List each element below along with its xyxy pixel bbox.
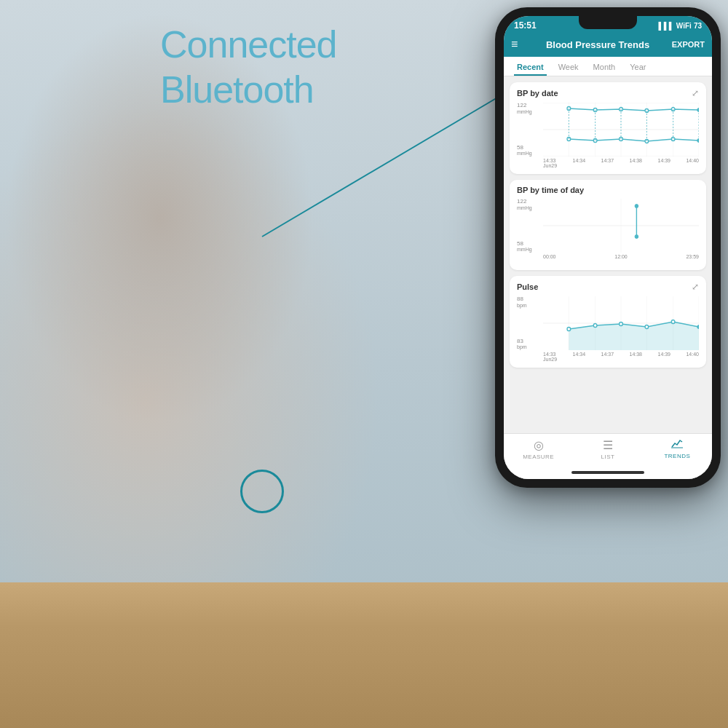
wifi-icon: WiFi bbox=[676, 22, 692, 30]
app-header: ≡ Blood Pressure Trends EXPORT bbox=[504, 33, 712, 57]
export-button[interactable]: EXPORT bbox=[672, 40, 705, 49]
svg-point-42 bbox=[593, 324, 597, 328]
pulse-x-labels: 14:33Jun29 14:34 14:37 14:38 14:39 14:40 bbox=[543, 352, 699, 362]
x-label-3: 14:37 bbox=[601, 158, 614, 168]
table-surface bbox=[0, 582, 728, 728]
home-indicator bbox=[504, 466, 712, 479]
pulse-y-top: 88bpm bbox=[517, 296, 542, 308]
headline-connected: Connected bbox=[160, 22, 337, 67]
pulse-x-1: 14:33Jun29 bbox=[543, 352, 557, 362]
svg-point-31 bbox=[635, 205, 638, 208]
battery-level: 73 bbox=[694, 22, 702, 30]
pulse-x-5: 14:39 bbox=[657, 352, 670, 362]
pulse-y-bottom: 83bpm bbox=[517, 339, 542, 350]
bp-time-chart-area: 122mmHg 58mmHg bbox=[517, 199, 699, 264]
pulse-y-labels: 88bpm 83bpm bbox=[517, 296, 542, 350]
home-bar bbox=[571, 471, 644, 474]
signal-icon: ▌▌▌ bbox=[659, 22, 674, 30]
bp-date-plot bbox=[543, 103, 699, 157]
bp-date-expand-icon[interactable]: ⤢ bbox=[692, 88, 699, 98]
menu-icon[interactable]: ≡ bbox=[511, 38, 518, 51]
pulse-x-2: 14:34 bbox=[573, 352, 586, 362]
bp-date-y-labels: 122mmHg 58mmHg bbox=[517, 103, 542, 157]
bp-time-card: BP by time of day 122mmHg 58mmHg bbox=[510, 180, 706, 270]
svg-point-20 bbox=[671, 138, 675, 141]
pulse-title: Pulse bbox=[517, 282, 538, 291]
hand-circle-indicator bbox=[240, 470, 284, 513]
svg-point-44 bbox=[645, 325, 649, 329]
bp-date-y-bottom: 58mmHg bbox=[517, 145, 542, 157]
bp-time-y-bottom: 58mmHg bbox=[517, 241, 542, 253]
pulse-x-6: 14:40 bbox=[686, 352, 699, 362]
x-label-00: 00:00 bbox=[543, 254, 556, 264]
bp-date-title: BP by date bbox=[517, 89, 558, 98]
phone-notch bbox=[579, 16, 637, 29]
pulse-x-4: 14:38 bbox=[630, 352, 643, 362]
tab-bar: Recent Week Month Year bbox=[504, 57, 712, 76]
tab-month[interactable]: Month bbox=[586, 57, 623, 76]
bp-time-y-top: 122mmHg bbox=[517, 199, 542, 210]
status-icons: ▌▌▌ WiFi 73 bbox=[659, 22, 702, 30]
x-label-12: 12:00 bbox=[614, 254, 628, 264]
bp-time-x-labels: 00:00 12:00 23:59 bbox=[543, 254, 699, 264]
bp-time-plot bbox=[543, 199, 699, 253]
phone-screen: 15:51 ▌▌▌ WiFi 73 ≡ Blood Pressure Trend… bbox=[504, 16, 712, 479]
bp-time-title: BP by time of day bbox=[517, 186, 584, 194]
bp-date-y-top: 122mmHg bbox=[517, 103, 542, 114]
bp-date-card: BP by date ⤢ 122mmHg 58mmHg bbox=[510, 82, 706, 174]
trends-icon bbox=[671, 438, 683, 451]
measure-label: MEASURE bbox=[523, 454, 554, 460]
trends-label: TRENDS bbox=[664, 453, 690, 459]
bottom-nav: ◎ MEASURE ☰ LIST TRENDS bbox=[504, 433, 712, 466]
bp-date-title-row: BP by date ⤢ bbox=[517, 88, 699, 98]
list-label: LIST bbox=[601, 454, 615, 460]
x-label-5: 14:39 bbox=[657, 158, 670, 168]
tab-recent[interactable]: Recent bbox=[510, 57, 551, 76]
tab-week[interactable]: Week bbox=[551, 57, 586, 76]
bp-time-title-row: BP by time of day bbox=[517, 186, 699, 194]
pulse-expand-icon[interactable]: ⤢ bbox=[692, 282, 699, 292]
status-time: 15:51 bbox=[514, 20, 537, 31]
measure-icon: ◎ bbox=[534, 438, 544, 452]
headline-text: Connected Bluetooth bbox=[160, 22, 337, 113]
headline-bluetooth: Bluetooth bbox=[160, 67, 337, 112]
tab-year[interactable]: Year bbox=[622, 57, 653, 76]
list-icon: ☰ bbox=[603, 438, 613, 452]
pulse-title-row: Pulse ⤢ bbox=[517, 282, 699, 292]
x-label-4: 14:38 bbox=[630, 158, 643, 168]
nav-list[interactable]: ☰ LIST bbox=[573, 434, 642, 466]
pulse-plot bbox=[543, 296, 699, 350]
svg-point-43 bbox=[620, 323, 623, 326]
x-label-6: 14:40 bbox=[686, 158, 699, 168]
x-label-23: 23:59 bbox=[686, 254, 699, 264]
pulse-chart-area: 88bpm 83bpm bbox=[517, 296, 699, 362]
bp-date-chart-area: 122mmHg 58mmHg bbox=[517, 103, 699, 168]
bp-time-y-labels: 122mmHg 58mmHg bbox=[517, 199, 542, 253]
pulse-card: Pulse ⤢ 88bpm 83bpm bbox=[510, 276, 706, 368]
x-label-2: 14:34 bbox=[573, 158, 586, 168]
phone-frame: 15:51 ▌▌▌ WiFi 73 ≡ Blood Pressure Trend… bbox=[495, 7, 721, 488]
svg-point-46 bbox=[697, 325, 699, 329]
svg-point-32 bbox=[635, 235, 638, 239]
svg-point-45 bbox=[671, 320, 675, 324]
phone-container: 15:51 ▌▌▌ WiFi 73 ≡ Blood Pressure Trend… bbox=[495, 7, 721, 488]
x-label-1: 14:33Jun29 bbox=[543, 158, 557, 168]
scroll-content[interactable]: BP by date ⤢ 122mmHg 58mmHg bbox=[504, 76, 712, 433]
app-title: Blood Pressure Trends bbox=[523, 39, 671, 50]
svg-point-41 bbox=[567, 328, 571, 331]
nav-measure[interactable]: ◎ MEASURE bbox=[504, 434, 573, 466]
bp-date-x-labels: 14:33Jun29 14:34 14:37 14:38 14:39 14:40 bbox=[543, 158, 699, 168]
nav-trends[interactable]: TRENDS bbox=[643, 434, 712, 466]
pulse-x-3: 14:37 bbox=[601, 352, 614, 362]
